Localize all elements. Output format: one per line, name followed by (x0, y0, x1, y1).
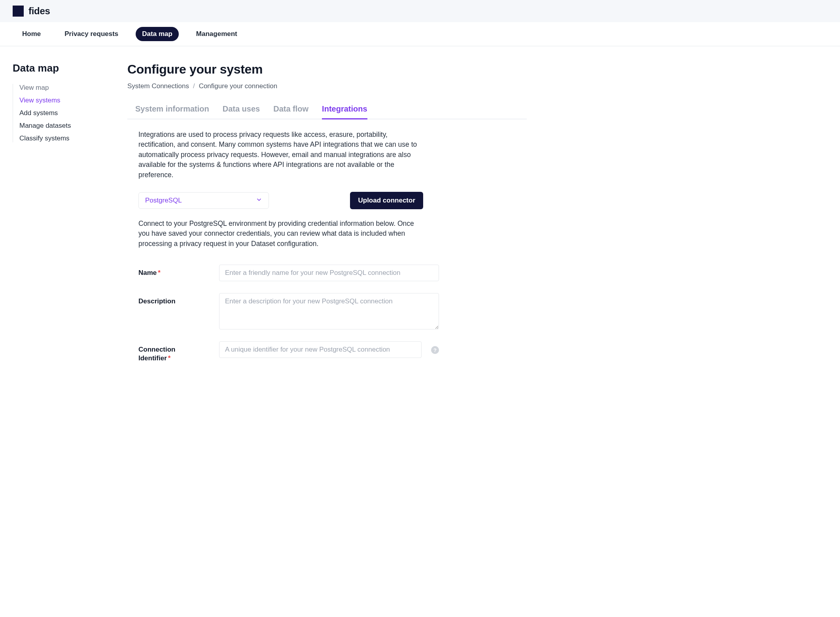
connector-selector-row: PostgreSQL Upload connector (138, 192, 423, 209)
main-content: Configure your system System Connections… (115, 62, 527, 375)
breadcrumb-item-1[interactable]: System Connections (127, 82, 189, 90)
sidebar-list: View map View systems Add systems Manage… (13, 84, 106, 142)
sidebar-item-classify-systems[interactable]: Classify systems (19, 134, 106, 142)
help-icon[interactable]: ? (431, 346, 439, 354)
tab-data-uses[interactable]: Data uses (223, 104, 260, 119)
connector-type-value: PostgreSQL (145, 197, 182, 204)
nav-data-map[interactable]: Data map (136, 27, 179, 41)
breadcrumb-separator: / (193, 82, 195, 90)
tab-system-information[interactable]: System information (135, 104, 209, 119)
form-row-name: Name* (138, 265, 439, 281)
sidebar-item-view-map[interactable]: View map (19, 84, 106, 92)
connector-helper-text: Connect to your PostgreSQL environment b… (138, 219, 423, 249)
description-label: Description (138, 293, 210, 306)
description-input[interactable] (219, 293, 439, 329)
nav-privacy-requests[interactable]: Privacy requests (58, 27, 125, 41)
logo-mark-icon (13, 6, 24, 17)
form-row-description: Description (138, 293, 439, 329)
required-asterisk: * (168, 354, 171, 362)
connection-identifier-input[interactable] (219, 341, 422, 358)
name-label-text: Name (138, 269, 157, 276)
form-row-connection-identifier: Connection Identifier* ? (138, 341, 439, 363)
topbar: fides (0, 0, 840, 22)
breadcrumb: System Connections / Configure your conn… (127, 82, 527, 90)
integrations-intro-text: Integrations are used to process privacy… (138, 130, 423, 180)
upload-connector-button[interactable]: Upload connector (350, 192, 423, 209)
content-tabs: System information Data uses Data flow I… (127, 104, 527, 119)
main-nav: Home Privacy requests Data map Managemen… (0, 22, 840, 46)
required-asterisk: * (158, 269, 161, 276)
brand-name: fides (28, 6, 50, 17)
description-label-text: Description (138, 297, 176, 305)
sidebar-title: Data map (13, 62, 106, 74)
tab-integrations[interactable]: Integrations (322, 104, 367, 119)
sidebar: Data map View map View systems Add syste… (13, 62, 115, 375)
breadcrumb-item-2: Configure your connection (199, 82, 277, 90)
sidebar-item-add-systems[interactable]: Add systems (19, 109, 106, 117)
chevron-down-icon (256, 197, 262, 204)
page-title: Configure your system (127, 62, 527, 77)
connection-identifier-label-line2: Identifier (138, 354, 167, 362)
name-input[interactable] (219, 265, 439, 281)
connector-type-select[interactable]: PostgreSQL (138, 192, 269, 209)
connection-identifier-label: Connection Identifier* (138, 341, 210, 363)
name-label: Name* (138, 265, 210, 277)
tab-data-flow[interactable]: Data flow (273, 104, 308, 119)
sidebar-item-view-systems[interactable]: View systems (19, 97, 106, 104)
connection-identifier-label-line1: Connection (138, 346, 176, 353)
nav-home[interactable]: Home (16, 27, 47, 41)
nav-management[interactable]: Management (190, 27, 244, 41)
sidebar-item-manage-datasets[interactable]: Manage datasets (19, 122, 106, 130)
